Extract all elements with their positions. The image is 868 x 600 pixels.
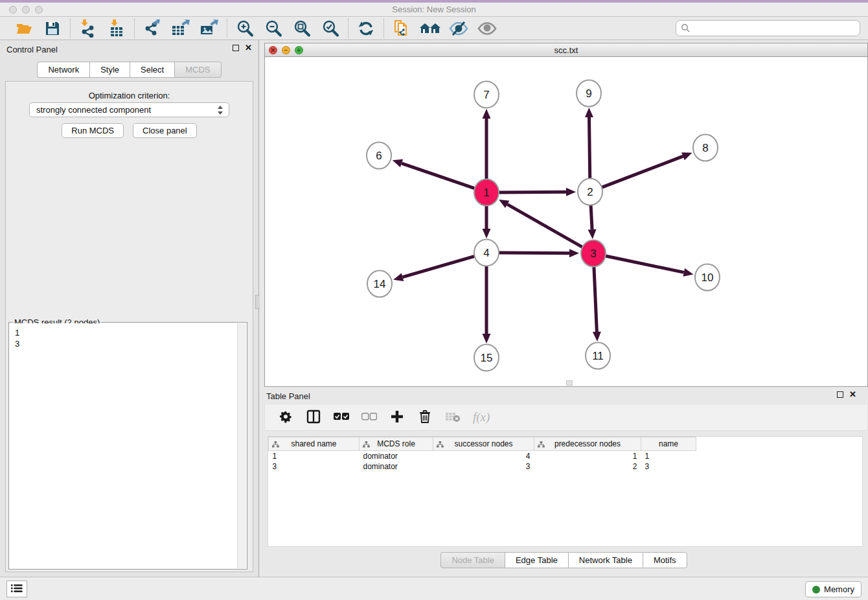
tab-style[interactable]: Style xyxy=(89,62,130,78)
control-panel-tabs: Network Style Select MCDS xyxy=(0,62,258,78)
edge-3-11[interactable] xyxy=(594,265,597,332)
tab-edge-table[interactable]: Edge Table xyxy=(505,552,568,568)
panel-list-button[interactable] xyxy=(6,581,27,597)
network-canvas[interactable]: 7968124314101511 xyxy=(265,57,867,386)
export-table-button[interactable] xyxy=(171,19,190,38)
table-header-row[interactable]: shared nameMCDS rolesuccessor nodesprede… xyxy=(269,437,696,451)
status-bar: Memory xyxy=(0,577,868,600)
columns-icon xyxy=(306,410,321,426)
tab-select[interactable]: Select xyxy=(130,62,174,78)
table-cell[interactable]: 3 xyxy=(433,461,534,472)
delete-columns-button[interactable] xyxy=(417,410,433,425)
search-input[interactable] xyxy=(676,20,860,36)
table-cell[interactable]: dominator xyxy=(360,451,433,461)
criterion-dropdown[interactable]: strongly connected component xyxy=(29,102,229,117)
table-row[interactable]: 3dominator323 xyxy=(269,461,696,472)
mcds-result-scrollbar[interactable] xyxy=(237,323,246,568)
select-all-columns-button[interactable] xyxy=(334,410,349,425)
node-label-15: 15 xyxy=(481,352,493,364)
column-header-name[interactable]: name xyxy=(641,437,696,451)
show-all-button[interactable] xyxy=(477,19,497,38)
clone-network-button[interactable] xyxy=(392,19,411,38)
table-cell[interactable]: 2 xyxy=(534,461,641,472)
table-cell[interactable]: 3 xyxy=(641,461,696,472)
edge-arrowhead xyxy=(483,109,491,119)
criterion-value: strongly connected component xyxy=(36,105,151,115)
zoom-selected-button[interactable] xyxy=(321,19,340,38)
column-header-shared-name[interactable]: shared name xyxy=(269,437,360,451)
import-table-icon xyxy=(108,19,125,38)
export-image-button[interactable] xyxy=(200,19,219,38)
plus-icon xyxy=(391,410,404,425)
import-table-button[interactable] xyxy=(107,19,126,38)
column-header-MCDS-role[interactable]: MCDS role xyxy=(360,437,433,451)
refresh-icon xyxy=(357,19,375,38)
control-panel-title: Control Panel xyxy=(6,45,58,54)
apply-layout-button[interactable] xyxy=(356,19,376,38)
dropdown-stepper-icon xyxy=(218,106,223,115)
float-table-panel-icon[interactable] xyxy=(837,391,843,398)
zoom-out-button[interactable] xyxy=(264,19,283,38)
float-panel-icon[interactable] xyxy=(233,45,239,51)
column-header-predecessor-nodes[interactable]: predecessor nodes xyxy=(534,437,641,451)
close-table-panel-icon[interactable]: ✕ xyxy=(849,391,856,398)
tab-mcds[interactable]: MCDS xyxy=(174,62,221,78)
edge-1-2[interactable] xyxy=(498,192,566,192)
table-cell[interactable]: 4 xyxy=(433,451,534,461)
create-column-button[interactable] xyxy=(389,410,405,425)
network-graph[interactable]: 7968124314101511 xyxy=(265,57,867,386)
node-label-9: 9 xyxy=(586,87,591,100)
node-label-8: 8 xyxy=(702,142,708,154)
home-button[interactable] xyxy=(420,19,440,38)
unselect-all-columns-button[interactable] xyxy=(361,410,377,425)
checked-checkboxes-icon xyxy=(334,413,349,422)
node-table[interactable]: shared nameMCDS rolesuccessor nodesprede… xyxy=(268,436,863,547)
export-network-button[interactable] xyxy=(143,19,162,38)
tab-network[interactable]: Network xyxy=(37,62,89,78)
edge-2-3[interactable] xyxy=(591,203,592,229)
memory-button[interactable]: Memory xyxy=(805,581,862,597)
tab-network-table[interactable]: Network Table xyxy=(568,552,643,568)
show-columns-button[interactable] xyxy=(306,410,321,425)
column-header-successor-nodes[interactable]: successor nodes xyxy=(433,437,534,451)
table-cell[interactable]: 1 xyxy=(641,451,696,461)
tab-node-table[interactable]: Node Table xyxy=(440,552,505,568)
table-row[interactable]: 1dominator411 xyxy=(269,451,696,461)
list-icon xyxy=(11,584,23,595)
table-panel-title: Table Panel xyxy=(266,391,310,401)
close-panel-button[interactable]: Close panel xyxy=(133,123,197,138)
save-session-button[interactable] xyxy=(43,19,62,38)
delete-table-button[interactable] xyxy=(445,410,461,425)
open-session-button[interactable] xyxy=(14,19,34,38)
table-cell[interactable]: dominator xyxy=(360,461,433,472)
edge-3-10[interactable] xyxy=(605,256,684,273)
run-mcds-button[interactable]: Run MCDS xyxy=(62,123,124,138)
main-area: ✕ − + scc.txt 7968124314101511 Table Pan… xyxy=(260,40,868,577)
network-window-titlebar[interactable]: ✕ − + scc.txt xyxy=(265,43,867,57)
edge-3-1[interactable] xyxy=(507,204,583,248)
import-network-icon xyxy=(80,19,97,38)
tab-motifs[interactable]: Motifs xyxy=(643,552,687,568)
table-cell[interactable]: 3 xyxy=(269,461,360,472)
hide-selected-button[interactable] xyxy=(449,19,468,38)
close-panel-icon[interactable]: ✕ xyxy=(245,45,252,51)
mcds-panel: Optimization criterion: strongly connect… xyxy=(5,81,253,572)
delete-table-icon xyxy=(445,411,461,424)
edge-2-9[interactable] xyxy=(589,117,589,180)
table-cell[interactable]: 1 xyxy=(534,451,641,461)
table-cell[interactable]: 1 xyxy=(269,451,360,461)
zoom-fit-button[interactable] xyxy=(292,19,312,38)
houses-icon xyxy=(419,20,441,37)
edge-4-3[interactable] xyxy=(498,253,569,253)
edge-1-6[interactable] xyxy=(402,163,475,189)
function-builder-button[interactable]: f(x) xyxy=(473,410,490,425)
import-network-button[interactable] xyxy=(78,19,98,38)
table-options-button[interactable] xyxy=(278,410,293,425)
zoom-in-button[interactable] xyxy=(235,19,255,38)
edge-2-8[interactable] xyxy=(601,156,683,187)
mcds-result-box: MCDS result (2 nodes) 1 3 xyxy=(8,322,247,570)
edge-4-14[interactable] xyxy=(403,256,475,277)
horizontal-splitter-grip[interactable] xyxy=(566,380,573,386)
network-window-title: scc.txt xyxy=(265,45,867,55)
node-label-4: 4 xyxy=(483,247,489,259)
